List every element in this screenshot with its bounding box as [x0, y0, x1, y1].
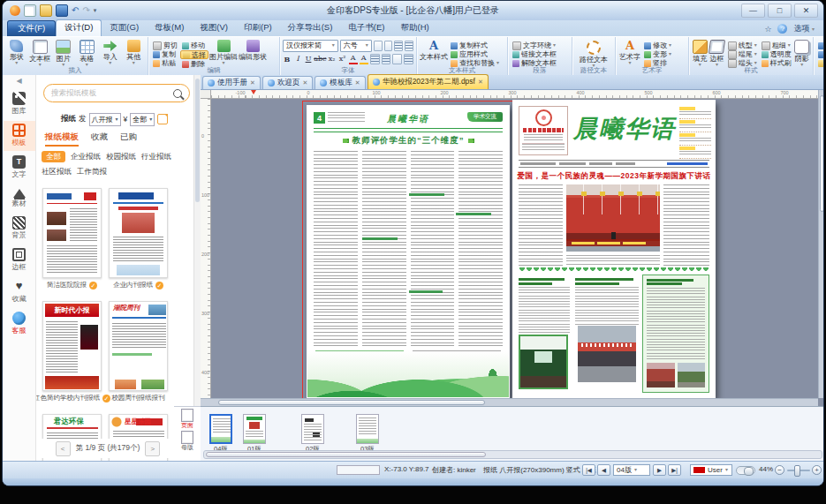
template-card[interactable]: 新时代小报 红色简约学校内刊报纸✓: [42, 301, 102, 402]
superscript-button[interactable]: x²: [338, 54, 347, 64]
transparency-button[interactable]: 透明度: [760, 50, 793, 58]
copy-style-button[interactable]: 复制样式: [449, 41, 501, 49]
tab-page[interactable]: 页面(G): [102, 20, 147, 36]
panel-tab-purchased[interactable]: 已购: [120, 132, 137, 147]
page-thumb-image[interactable]: [243, 414, 266, 444]
qat-customize-caret-icon[interactable]: ▾: [94, 7, 97, 14]
panel-scrollbar-thumb[interactable]: [195, 79, 200, 202]
text-wrap-button[interactable]: 文字环绕▾: [511, 41, 569, 49]
chip-work-brief[interactable]: 工作简报: [77, 166, 107, 177]
color-profile-combo[interactable]: User▾: [690, 464, 732, 476]
page-thumb-04[interactable]: 04版: [208, 414, 234, 454]
rail-item-border[interactable]: 边框: [4, 245, 35, 275]
font-color-button[interactable]: A: [349, 53, 358, 64]
page-viewport[interactable]: 4 晨曦华语 学术交流 教师评价学生的“三个维度” 编后语: [211, 99, 818, 398]
close-tab-icon[interactable]: ✕: [478, 79, 483, 86]
align-left-button[interactable]: [394, 41, 403, 51]
template-thumbnail[interactable]: 湖院周刊: [109, 301, 168, 391]
template-thumbnail[interactable]: [42, 188, 102, 278]
line-spacing-button[interactable]: [370, 54, 380, 64]
line-end-tail-button[interactable]: 端尾▾: [726, 50, 759, 58]
page-01[interactable]: 晨曦华语 爱国，是一个民族的灵魂——2023年新学期国旗下讲话: [512, 100, 716, 398]
doc-tab-template-library[interactable]: 模板库✕: [314, 76, 365, 89]
border-button[interactable]: 边框▾: [709, 39, 724, 67]
shrink-font-button[interactable]: [384, 41, 393, 51]
cut-button[interactable]: 剪切: [151, 41, 179, 49]
pages-group-button[interactable]: 页面: [181, 409, 193, 429]
prev-page-button[interactable]: <: [56, 441, 71, 456]
paper-size-select[interactable]: 八开报▾: [89, 113, 121, 126]
zoom-slider-knob[interactable]: [794, 465, 800, 477]
bring-forward-button[interactable]: 上一层▾: [816, 41, 824, 49]
align-center-button[interactable]: [405, 41, 413, 51]
page-04[interactable]: 4 晨曦华语 学术交流 教师评价学生的“三个维度” 编后语: [307, 105, 510, 398]
edit-shape-button[interactable]: 编辑形状: [239, 39, 267, 61]
path-text-button[interactable]: 路径文本▾: [580, 39, 608, 68]
master-group-button[interactable]: 母版: [181, 431, 193, 451]
tab-help[interactable]: 帮助(H): [393, 20, 437, 36]
italic-button[interactable]: I: [293, 54, 302, 64]
close-button[interactable]: ✕: [794, 4, 818, 18]
subscript-button[interactable]: x₂: [328, 54, 337, 64]
vertical-scrollbar-thumb[interactable]: [820, 95, 824, 212]
rail-item-gallery[interactable]: 图库: [4, 89, 35, 119]
options-menu[interactable]: 选项 ▾: [793, 23, 815, 34]
insert-table-button[interactable]: 表格▾: [76, 39, 99, 67]
price-filter-select[interactable]: 全部▾: [130, 113, 155, 126]
close-tab-icon[interactable]: ✕: [250, 79, 255, 87]
rail-item-material[interactable]: 素材: [4, 184, 35, 212]
wordart-modify-button[interactable]: 修改▾: [642, 41, 673, 49]
image-edit-button[interactable]: 图片编辑▾: [209, 39, 238, 65]
last-page-button[interactable]: ▶|: [668, 464, 681, 476]
new-document-icon[interactable]: [24, 4, 36, 17]
bold-button[interactable]: B: [283, 54, 292, 64]
panel-scrollbar[interactable]: [193, 75, 201, 461]
bullet-list-button[interactable]: [404, 54, 413, 64]
select-button[interactable]: 选择: [180, 50, 208, 59]
rail-item-template[interactable]: 模板: [4, 121, 35, 151]
insert-textbox-button[interactable]: 文本框▾: [29, 39, 52, 67]
rail-item-text[interactable]: T文字: [4, 153, 35, 183]
page-thumb-01[interactable]: 01版: [241, 414, 268, 454]
doc-tab-manual[interactable]: 使用手册✕: [202, 76, 261, 89]
toggle-knob[interactable]: [744, 467, 754, 476]
chip-industry[interactable]: 行业报纸: [141, 151, 171, 162]
fill-button[interactable]: 填充▾: [692, 39, 708, 67]
page-select-combo[interactable]: 04版▾: [613, 464, 650, 476]
wordart-transform-button[interactable]: 变形▾: [642, 50, 673, 58]
horizontal-scrollbar[interactable]: [201, 398, 818, 406]
close-tab-icon[interactable]: ✕: [355, 79, 360, 87]
doc-tab-current-document[interactable]: 华驰校报2023年第二期.dpsf✕: [368, 74, 489, 89]
help-icon[interactable]: ?: [777, 24, 787, 34]
next-page-button-status[interactable]: ▶: [653, 464, 666, 476]
thumbnails-scrollbar[interactable]: [203, 450, 822, 459]
insert-import-button[interactable]: 导入▾: [99, 39, 122, 65]
collapse-panel-icon[interactable]: ◀: [16, 77, 21, 87]
panel-tab-newspaper-templates[interactable]: 报纸模板: [45, 132, 79, 147]
wordart-button[interactable]: A艺术字▾: [618, 39, 641, 65]
underline-button[interactable]: U: [304, 54, 313, 64]
font-size-select[interactable]: 六号▾: [340, 40, 372, 52]
redo-icon[interactable]: ↷: [82, 5, 89, 16]
view-toggle[interactable]: [736, 466, 755, 475]
tab-design[interactable]: 设计(D): [56, 19, 102, 36]
undo-icon[interactable]: ↶: [72, 5, 79, 16]
tab-share-export[interactable]: 分享导出(S): [280, 20, 341, 36]
insert-shape-button[interactable]: 形状▾: [5, 39, 28, 65]
chip-campus[interactable]: 校园报纸: [106, 151, 136, 162]
template-card[interactable]: 简洁医院院报✓: [42, 188, 102, 290]
font-family-select[interactable]: 汉仪报宋简▾: [283, 40, 338, 52]
zoom-out-button[interactable]: −: [775, 465, 784, 475]
insert-image-button[interactable]: 图片▾: [52, 39, 75, 67]
template-thumbnail[interactable]: 新时代小报: [42, 301, 102, 391]
first-page-button[interactable]: |◀: [582, 464, 595, 476]
page-thumb-02[interactable]: 02版: [299, 414, 326, 454]
template-card[interactable]: 湖院周刊 校园周刊报纸报刊: [109, 301, 168, 402]
close-tab-icon[interactable]: ✕: [302, 79, 307, 87]
page-thumb-image[interactable]: [356, 414, 379, 444]
tab-ebook[interactable]: 电子书(E): [340, 20, 392, 36]
page-thumb-image[interactable]: [209, 414, 232, 444]
highlight-color-button[interactable]: A: [360, 53, 368, 64]
page-thumb-image[interactable]: [301, 414, 324, 444]
doc-tab-welcome[interactable]: 欢迎页✕: [262, 76, 313, 89]
